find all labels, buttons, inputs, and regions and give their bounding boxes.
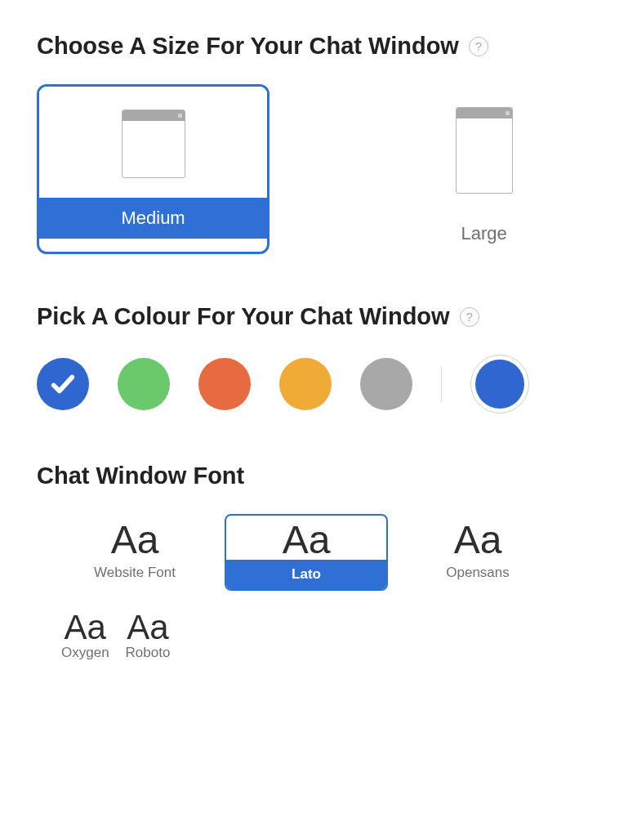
font-header: Chat Window Font	[37, 462, 600, 489]
color-options	[37, 355, 600, 413]
font-option-website-font[interactable]: Aa Website Font	[53, 514, 216, 591]
size-option-medium[interactable]: Medium	[37, 84, 270, 254]
font-sample: Aa	[283, 516, 331, 560]
font-sample: Aa	[65, 605, 106, 645]
font-sample: Aa	[454, 516, 502, 560]
help-icon[interactable]: ?	[460, 307, 479, 327]
size-label-medium: Medium	[39, 198, 267, 239]
color-title: Pick A Colour For Your Chat Window	[37, 303, 450, 330]
color-swatch-gray[interactable]	[360, 358, 412, 410]
font-label: Oxygen	[61, 645, 109, 664]
font-title: Chat Window Font	[37, 462, 244, 489]
font-option-roboto[interactable]: Aa Roboto	[126, 605, 171, 664]
size-preview-large	[368, 84, 600, 213]
color-swatch-green[interactable]	[118, 358, 170, 410]
window-icon	[456, 107, 513, 194]
font-sample: Aa	[127, 605, 168, 645]
font-label: Website Font	[55, 560, 215, 584]
font-label: Roboto	[126, 645, 171, 664]
font-options-row1: Aa Website Font Aa Lato Aa Opensans	[37, 514, 600, 591]
help-icon[interactable]: ?	[469, 37, 488, 56]
size-options: Medium Large	[37, 84, 600, 254]
color-custom-swatch	[475, 360, 524, 409]
font-label: Lato	[226, 560, 386, 589]
color-divider	[441, 366, 442, 402]
font-sample: Aa	[111, 516, 159, 560]
size-option-large[interactable]: Large	[368, 84, 600, 254]
color-swatch-orange[interactable]	[198, 358, 251, 410]
size-header: Choose A Size For Your Chat Window ?	[37, 33, 600, 60]
size-preview-medium	[39, 87, 267, 198]
font-section: Chat Window Font Aa Website Font Aa Lato…	[37, 462, 600, 664]
color-section: Pick A Colour For Your Chat Window ?	[37, 303, 600, 413]
color-header: Pick A Colour For Your Chat Window ?	[37, 303, 600, 330]
font-label: Opensans	[398, 560, 558, 584]
color-custom-picker[interactable]	[470, 355, 529, 413]
size-title: Choose A Size For Your Chat Window	[37, 33, 459, 60]
color-swatch-blue[interactable]	[37, 358, 89, 410]
window-icon	[122, 109, 185, 178]
font-options-row2: Aa Oxygen Aa Roboto	[37, 605, 600, 664]
check-icon	[49, 370, 77, 398]
font-option-opensans[interactable]: Aa Opensans	[396, 514, 559, 591]
color-swatch-amber[interactable]	[279, 358, 332, 410]
font-option-lato[interactable]: Aa Lato	[225, 514, 388, 591]
font-option-oxygen[interactable]: Aa Oxygen	[61, 605, 109, 664]
size-section: Choose A Size For Your Chat Window ? Med…	[37, 33, 600, 254]
size-label-large: Large	[368, 213, 600, 254]
